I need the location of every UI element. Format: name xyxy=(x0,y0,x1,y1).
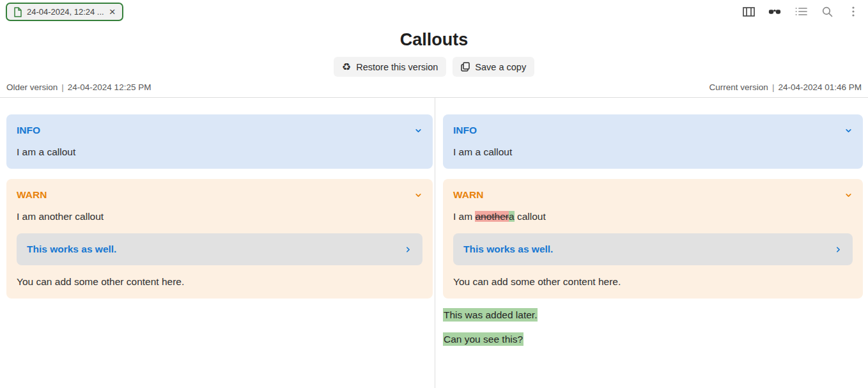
added-paragraphs: This was added later. Can you see this? xyxy=(443,309,863,346)
warn-callout-header: WARN xyxy=(453,189,853,201)
diff-unchanged-text: callout xyxy=(515,211,546,222)
page-title: Callouts xyxy=(0,29,868,50)
current-version-pane: INFO I am a callout WARN I am anothera c… xyxy=(435,98,868,388)
document-icon xyxy=(13,7,22,17)
separator: | xyxy=(61,82,64,92)
chevron-down-icon[interactable] xyxy=(844,127,853,135)
version-meta-row: Older version|24-04-2024 12:25 PM Curren… xyxy=(0,82,868,97)
older-version-name: Older version xyxy=(6,82,58,92)
restore-version-label: Restore this version xyxy=(356,62,438,72)
file-tab-label: 24-04-2024, 12:24 ... xyxy=(27,7,104,17)
info-callout-body: I am a callout xyxy=(453,146,853,159)
nested-collapsed-callout[interactable]: This works as well. xyxy=(17,233,422,265)
info-callout-title: INFO xyxy=(453,125,477,136)
close-icon[interactable]: × xyxy=(109,6,116,17)
save-copy-button[interactable]: Save a copy xyxy=(453,57,534,77)
chevron-down-icon[interactable] xyxy=(414,191,422,199)
warn-callout-footer: You can add some other content here. xyxy=(17,275,422,288)
separator: | xyxy=(772,82,775,92)
info-callout-title: INFO xyxy=(17,125,40,136)
current-version-name: Current version xyxy=(709,82,768,92)
file-tab[interactable]: 24-04-2024, 12:24 ... × xyxy=(6,3,123,21)
info-callout: INFO I am a callout xyxy=(6,114,433,169)
warn-callout-title: WARN xyxy=(453,189,483,201)
info-callout: INFO I am a callout xyxy=(443,114,863,169)
warn-callout-footer: You can add some other content here. xyxy=(453,275,853,288)
info-callout-header: INFO xyxy=(17,125,422,136)
restore-version-button[interactable]: ♻ Restore this version xyxy=(334,57,446,77)
added-line: Can you see this? xyxy=(443,333,863,346)
diff-unchanged-text: I am xyxy=(453,211,475,222)
older-version-timestamp: 24-04-2024 12:25 PM xyxy=(68,82,151,92)
chevron-right-icon xyxy=(404,245,412,254)
top-bar: 24-04-2024, 12:24 ... × xyxy=(0,0,868,24)
diff-removed-text: another xyxy=(475,211,509,222)
warn-callout: WARN I am anothera callout This works as… xyxy=(443,179,863,299)
action-buttons: ♻ Restore this version Save a copy xyxy=(0,57,868,77)
chevron-down-icon[interactable] xyxy=(844,191,853,199)
outline-list-icon[interactable] xyxy=(794,4,807,19)
older-version-pane: INFO I am a callout WARN I am another ca… xyxy=(0,98,435,388)
added-line: This was added later. xyxy=(443,309,863,322)
save-copy-label: Save a copy xyxy=(475,62,526,72)
nested-collapsed-callout[interactable]: This works as well. xyxy=(453,233,853,265)
diff-added-text: This was added later. xyxy=(443,308,538,322)
diff-added-text: a xyxy=(509,211,515,222)
warn-callout-body-diff: I am anothera callout xyxy=(453,210,853,223)
diff-view: INFO I am a callout WARN I am another ca… xyxy=(0,97,868,388)
warn-callout-title: WARN xyxy=(17,189,47,201)
chevron-right-icon xyxy=(834,245,842,254)
nested-callout-title: This works as well. xyxy=(27,244,116,255)
copy-icon xyxy=(461,62,470,72)
warn-callout-header: WARN xyxy=(17,189,422,201)
info-callout-body: I am a callout xyxy=(17,146,422,159)
more-options-icon[interactable] xyxy=(847,4,860,19)
toolbar-icons xyxy=(742,4,860,19)
search-icon[interactable] xyxy=(821,4,833,19)
info-callout-header: INFO xyxy=(453,125,853,136)
warn-callout-body: I am another callout xyxy=(17,210,422,223)
recycle-icon: ♻ xyxy=(342,62,351,72)
older-version-label: Older version|24-04-2024 12:25 PM xyxy=(6,82,151,92)
chevron-down-icon[interactable] xyxy=(414,127,422,135)
current-version-label: Current version|24-04-2024 01:46 PM xyxy=(709,82,862,92)
panels-layout-icon[interactable] xyxy=(742,4,755,19)
current-version-timestamp: 24-04-2024 01:46 PM xyxy=(778,82,862,92)
reading-glasses-icon[interactable] xyxy=(768,4,781,19)
warn-callout: WARN I am another callout This works as … xyxy=(6,179,433,299)
app-window: 24-04-2024, 12:24 ... × xyxy=(0,0,868,388)
diff-added-text: Can you see this? xyxy=(443,332,523,346)
nested-callout-title: This works as well. xyxy=(463,244,553,255)
